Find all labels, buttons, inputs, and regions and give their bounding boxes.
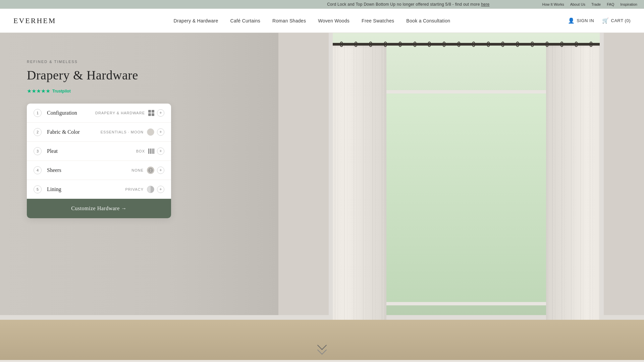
logo[interactable]: EVERHEM <box>13 16 56 25</box>
hero-section: REFINED & TIMELESS Drapery & Hardware ★★… <box>0 33 644 360</box>
config-row-pleat[interactable]: 3 Pleat BOX + <box>27 142 171 161</box>
step-1-value: DRAPERY & HARDWARE <box>95 111 145 115</box>
step-4-label: Sheers <box>47 167 131 173</box>
step-3-number: 3 <box>34 147 42 155</box>
window-area <box>329 33 604 320</box>
hero-subtitle: REFINED & TIMELESS <box>27 60 201 64</box>
step-2-expand-button[interactable]: + <box>157 128 164 136</box>
step-4-value: NONE <box>131 168 144 172</box>
sign-in-button[interactable]: 👤 SIGN IN <box>568 17 594 24</box>
top-nav-trade[interactable]: Trade <box>591 2 601 6</box>
hero-title: Drapery & Hardware <box>27 68 201 82</box>
header: EVERHEM Drapery & Hardware Café Curtains… <box>0 9 644 33</box>
curtain-panel-right <box>546 46 604 320</box>
user-icon: 👤 <box>568 17 575 24</box>
step-5-number: 5 <box>34 185 42 193</box>
top-nav-how-it-works[interactable]: How It Works <box>542 2 564 6</box>
step-4-number: 4 <box>34 166 42 174</box>
step-2-number: 2 <box>34 128 42 136</box>
config-row-fabric-color[interactable]: 2 Fabric & Color ESSENTIALS · MOON + <box>27 123 171 142</box>
trustpilot-stars: ★★★★★ <box>27 88 50 94</box>
step-5-expand-button[interactable]: + <box>157 186 164 193</box>
nav-roman-shades[interactable]: Roman Shades <box>272 18 306 23</box>
announcement-bar: Cord Lock and Top Down Bottom Up no long… <box>0 0 644 9</box>
bars-icon <box>148 148 154 154</box>
step-1-expand-button[interactable]: + <box>157 109 164 117</box>
hero-content: REFINED & TIMELESS Drapery & Hardware ★★… <box>27 60 201 218</box>
grid-icon <box>148 110 154 116</box>
customize-hardware-button[interactable]: Customize Hardware → <box>27 199 171 218</box>
nav-book-consultation[interactable]: Book a Consultation <box>406 18 450 23</box>
main-nav: Drapery & Hardware Café Curtains Roman S… <box>174 18 450 24</box>
nav-woven-woods[interactable]: Woven Woods <box>318 18 350 23</box>
cart-icon: 🛒 <box>602 17 609 24</box>
scroll-indicator <box>319 342 325 353</box>
trustpilot-label: Trustpilot <box>52 89 71 94</box>
announcement-link[interactable]: here <box>481 2 489 7</box>
config-row-lining[interactable]: 5 Lining PRIVACY + <box>27 180 171 199</box>
step-3-value: BOX <box>136 149 145 153</box>
step-5-value: PRIVACY <box>125 187 144 191</box>
half-circle-icon <box>147 186 154 193</box>
rod-rings <box>329 42 604 47</box>
step-4-expand-button[interactable]: + <box>157 167 164 174</box>
config-card: 1 Configuration DRAPERY & HARDWARE + 2 F… <box>27 104 171 218</box>
nav-cafe-curtains[interactable]: Café Curtains <box>230 18 261 23</box>
header-right: 👤 SIGN IN 🛒 CART (0) <box>568 17 631 24</box>
step-2-label: Fabric & Color <box>47 129 101 135</box>
top-nav-faq[interactable]: FAQ <box>607 2 614 6</box>
cart-label: CART (0) <box>611 18 631 23</box>
top-nav-about-us[interactable]: About Us <box>570 2 585 6</box>
step-2-value: ESSENTIALS · MOON <box>101 130 144 134</box>
trustpilot-badge[interactable]: ★★★★★ Trustpilot <box>27 88 201 94</box>
step-5-label: Lining <box>47 186 125 192</box>
config-row-sheers[interactable]: 4 Sheers NONE + <box>27 161 171 180</box>
cart-button[interactable]: 🛒 CART (0) <box>602 17 631 24</box>
step-3-expand-button[interactable]: + <box>157 147 164 155</box>
top-nav: How It Works About Us Trade FAQ Inspirat… <box>542 2 637 6</box>
announcement-text: Cord Lock and Top Down Bottom Up no long… <box>274 2 542 7</box>
config-row-configuration[interactable]: 1 Configuration DRAPERY & HARDWARE + <box>27 104 171 123</box>
step-1-number: 1 <box>34 109 42 117</box>
window-frame <box>360 90 573 305</box>
step-3-label: Pleat <box>47 148 136 154</box>
top-nav-inspiration[interactable]: Inspiration <box>620 2 637 6</box>
globe-icon <box>147 167 154 174</box>
step-1-label: Configuration <box>47 110 95 116</box>
nav-drapery-hardware[interactable]: Drapery & Hardware <box>174 18 218 23</box>
fabric-swatch <box>147 128 154 136</box>
nav-free-swatches[interactable]: Free Swatches <box>362 18 394 23</box>
curtain-panel-left <box>329 46 386 320</box>
